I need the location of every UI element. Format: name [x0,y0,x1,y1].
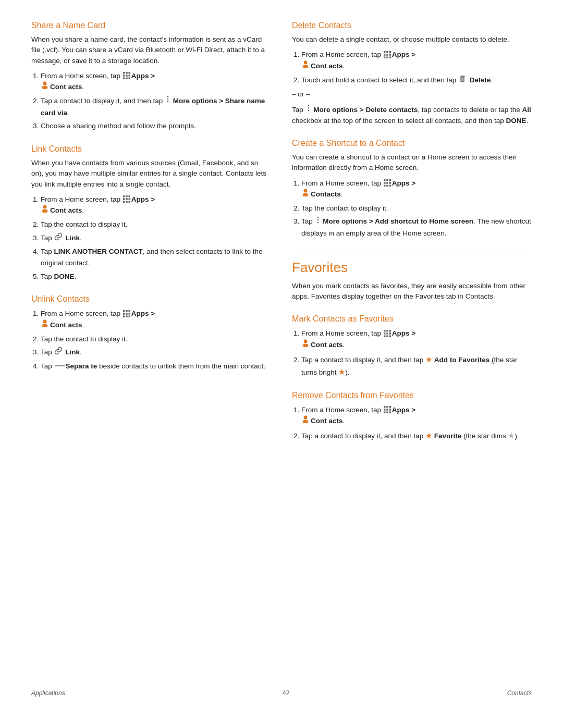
section-unlink-contacts: Unlink Contacts From a Home screen, tap … [31,294,271,372]
section-favorites: Favorites When you mark contacts as favo… [292,252,532,302]
share-name-card-steps: From a Home screen, tap Apps > Cont acts… [31,70,271,132]
list-item: Tap a contact to display it, and then ta… [301,429,532,442]
list-item: From a Home screen, tap Apps > Contacts. [301,178,532,201]
star-dim-icon: ★ [508,431,515,440]
list-item: Tap DONE. [41,271,271,282]
list-item: From a Home screen, tap Apps > Cont acts… [41,194,271,217]
remove-favorites-steps: From a Home screen, tap Apps > Cont acts… [292,404,532,442]
more-options-icon [166,95,170,107]
create-shortcut-steps: From a Home screen, tap Apps > Contacts.… [292,178,532,239]
star-bright-icon: ★ [425,355,432,364]
apps-grid-icon [383,405,391,414]
page: Share a Name Card When you share a name … [0,0,563,728]
apps-grid-icon [383,51,391,59]
link-contacts-intro: When you have contacts from various sour… [31,158,271,190]
section-delete-contacts: Delete Contacts You can delete a single … [292,21,532,126]
mark-favorites-steps: From a Home screen, tap Apps > Cont acts… [292,328,532,378]
link-contacts-steps: From a Home screen, tap Apps > Cont acts… [31,194,271,282]
list-item: From a Home screen, tap Apps > Cont acts… [41,308,271,331]
create-shortcut-intro: You can create a shortcut to a contact o… [292,152,532,174]
more-options-icon [316,216,320,228]
favorites-big-title: Favorites [292,260,532,276]
apps-grid-icon [123,195,131,203]
list-item: From a Home screen, tap Apps > Cont acts… [301,328,532,351]
link-chain-icon [54,347,63,359]
or-separator: – or – [292,89,532,100]
section-divider [292,252,532,252]
page-footer: Applications 42 Contacts [31,674,532,697]
left-column: Share a Name Card When you share a name … [31,21,271,674]
list-item: Touch and hold a contact to select it, a… [301,75,532,87]
contact-person-icon [41,81,49,93]
list-item: Tap the contact to display it. [41,219,271,230]
mark-favorites-title: Mark Contacts as Favorites [292,314,532,324]
list-item: Choose a sharing method and follow the p… [41,120,271,132]
star-bright-result-icon: ★ [338,367,345,376]
share-name-card-title: Share a Name Card [31,21,271,30]
link-contacts-title: Link Contacts [31,144,271,154]
contact-person-icon [41,204,49,216]
footer-right-label: Contacts [507,689,532,697]
contact-person-icon [41,319,49,331]
list-item: Tap LINK ANOTHER CONTACT, and then selec… [41,246,271,268]
link-chain-icon [54,232,63,244]
delete-alt-text: Tap More options > Delete contacts, tap … [292,104,532,127]
contact-person-icon [301,188,310,200]
separator-icon [55,365,65,366]
right-column: Delete Contacts You can delete a single … [292,21,532,674]
list-item: Tap a contact to display it, and then ta… [301,353,532,378]
apps-grid-icon [383,329,391,338]
contact-person-icon [301,415,310,427]
share-name-card-intro: When you share a name card, the contact'… [31,34,271,66]
list-item: From a Home screen, tap Apps > Cont acts… [41,70,271,93]
delete-contacts-steps: From a Home screen, tap Apps > Cont acts… [292,49,532,86]
contact-person-icon [301,339,310,351]
apps-grid-icon [123,310,131,318]
unlink-contacts-title: Unlink Contacts [31,294,271,304]
apps-grid-icon [123,71,131,80]
contact-person-icon [301,60,310,72]
more-options-icon [307,104,311,115]
list-item: Tap Link. [41,232,271,244]
list-item: From a Home screen, tap Apps > Cont acts… [301,404,532,427]
apps-grid-icon [383,179,391,187]
list-item: Tap the contact to display it. [301,203,532,214]
main-content: Share a Name Card When you share a name … [31,21,532,674]
section-remove-favorites: Remove Contacts from Favorites From a Ho… [292,391,532,442]
section-create-shortcut: Create a Shortcut to a Contact You can c… [292,139,532,239]
delete-contacts-intro: You can delete a single contact, or choo… [292,34,532,45]
section-link-contacts: Link Contacts When you have contacts fro… [31,144,271,282]
list-item: Tap the contact to display it. [41,334,271,345]
list-item: Tap More options > Add shortcut to Home … [301,216,532,239]
footer-page-number: 42 [283,689,289,697]
remove-favorites-title: Remove Contacts from Favorites [292,391,532,400]
trash-icon [458,75,467,87]
create-shortcut-title: Create a Shortcut to a Contact [292,139,532,148]
list-item: Tap Separa te beside contacts to unlink … [41,361,271,372]
list-item: From a Home screen, tap Apps > Cont acts… [301,49,532,72]
list-item: Tap a contact to display it, and then ta… [41,95,271,118]
star-icon: ★ [425,431,432,440]
unlink-contacts-steps: From a Home screen, tap Apps > Cont acts… [31,308,271,372]
footer-left-label: Applications [31,689,65,697]
list-item: Tap Link. [41,347,271,359]
section-mark-favorites: Mark Contacts as Favorites From a Home s… [292,314,532,378]
delete-contacts-title: Delete Contacts [292,21,532,30]
favorites-intro: When you mark contacts as favorites, the… [292,281,532,302]
section-share-name-card: Share a Name Card When you share a name … [31,21,271,132]
